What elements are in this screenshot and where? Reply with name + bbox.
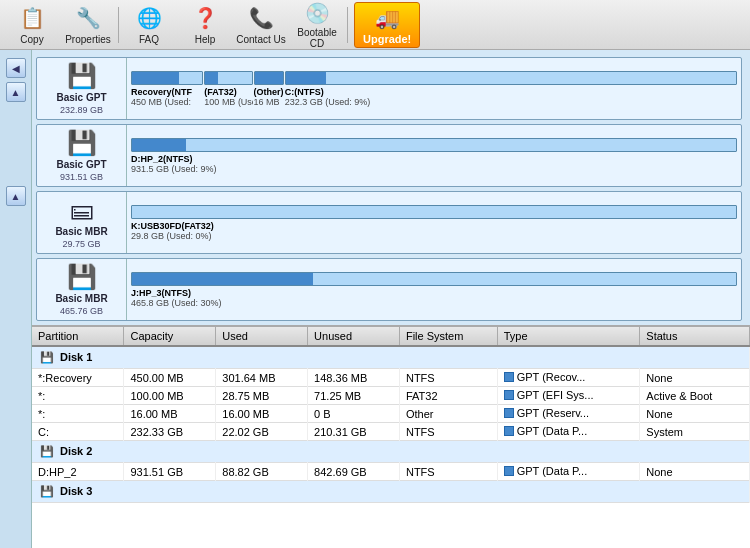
disk-icon-4: 💾 xyxy=(67,263,97,291)
disk-name-4: Basic MBR xyxy=(55,293,107,304)
table-header: PartitionCapacityUsedUnusedFile SystemTy… xyxy=(32,327,750,346)
partition-name: (Other) xyxy=(254,87,284,97)
contact-us-button[interactable]: 📞 Contact Us xyxy=(233,2,289,48)
partition-label-seg-4-1: J:HP_3(NTFS) 465.8 GB (Used: 30%) xyxy=(131,288,737,308)
disk-icon-3: 🖴 xyxy=(70,196,94,224)
partition-info: 232.3 GB (Used: 9%) xyxy=(285,97,737,107)
contact-us-label: Contact Us xyxy=(236,34,285,45)
cell-2: 28.75 MB xyxy=(216,387,308,405)
disk-name-1: Basic GPT xyxy=(56,92,106,103)
type-color-square xyxy=(504,466,514,476)
disk-panel-2: 💾 Basic GPT 931.51 GB D:HP_2(NTFS) 931.5… xyxy=(36,124,742,187)
type-badge: GPT (Recov... xyxy=(504,371,586,383)
partition-name: (FAT32) xyxy=(204,87,252,97)
partition-label-seg-1-3: (Other) 16 MB xyxy=(254,87,284,107)
col-header-partition: Partition xyxy=(32,327,124,346)
partition-bar-row-2 xyxy=(131,138,737,152)
sidebar-up-arrow[interactable]: ▲ xyxy=(6,82,26,102)
copy-label: Copy xyxy=(20,34,43,45)
type-color-square xyxy=(504,426,514,436)
type-color-square xyxy=(504,390,514,400)
partition-seg-1-3[interactable] xyxy=(254,71,284,85)
partition-seg-1-1[interactable] xyxy=(131,71,203,85)
help-icon: ❓ xyxy=(191,4,219,32)
partition-info: 450 MB (Used: xyxy=(131,97,203,107)
partition-seg-4-1[interactable] xyxy=(131,272,737,286)
cell-4: NTFS xyxy=(399,369,497,387)
partition-info: 465.8 GB (Used: 30%) xyxy=(131,298,737,308)
cell-3: 0 B xyxy=(308,405,400,423)
sidebar-left-arrow[interactable]: ◀ xyxy=(6,58,26,78)
disk-label-4: 💾 Basic MBR 465.76 GB xyxy=(37,259,127,320)
partition-info: 931.5 GB (Used: 9%) xyxy=(131,164,737,174)
table-row[interactable]: C:232.33 GB22.02 GB210.31 GBNTFSGPT (Dat… xyxy=(32,423,750,441)
disk-partitions-1: Recovery(NTF 450 MB (Used: (FAT32) 100 M… xyxy=(127,58,741,119)
partition-labels-row-1: Recovery(NTF 450 MB (Used: (FAT32) 100 M… xyxy=(131,87,737,107)
bootable-cd-button[interactable]: 💿 Bootable CD xyxy=(289,2,345,48)
partition-type-cell: GPT (Data P... xyxy=(497,423,640,441)
help-button[interactable]: ❓ Help xyxy=(177,2,233,48)
cell-1: 100.00 MB xyxy=(124,387,216,405)
table-row[interactable]: *:Recovery450.00 MB301.64 MB148.36 MBNTF… xyxy=(32,369,750,387)
contact-us-icon: 📞 xyxy=(247,4,275,32)
cell-6: Active & Boot xyxy=(640,387,750,405)
partition-name: C:(NTFS) xyxy=(285,87,737,97)
partition-label-seg-1-4: C:(NTFS) 232.3 GB (Used: 9%) xyxy=(285,87,737,107)
cell-6: System xyxy=(640,423,750,441)
properties-label: Properties xyxy=(65,34,111,45)
partition-seg-1-4[interactable] xyxy=(285,71,737,85)
faq-button[interactable]: 🌐 FAQ xyxy=(121,2,177,48)
disk-group-icon-2: 💾 xyxy=(40,445,54,457)
cell-0: *: xyxy=(32,405,124,423)
disk-label-3: 🖴 Basic MBR 29.75 GB xyxy=(37,192,127,253)
partition-seg-1-2[interactable] xyxy=(204,71,252,85)
table-row[interactable]: D:HP_2931.51 GB88.82 GB842.69 GBNTFSGPT … xyxy=(32,463,750,481)
disk-panels: 💾 Basic GPT 232.89 GB Recovery(NTF 450 M… xyxy=(32,50,750,325)
toolbar: 📋 Copy 🔧 Properties 🌐 FAQ ❓ Help 📞 Conta… xyxy=(0,0,750,50)
partition-info: 29.8 GB (Used: 0%) xyxy=(131,231,737,241)
table-row[interactable]: *:100.00 MB28.75 MB71.25 MBFAT32GPT (EFI… xyxy=(32,387,750,405)
toolbar-separator-2 xyxy=(347,7,348,43)
sidebar-up-arrow-2[interactable]: ▲ xyxy=(6,186,26,206)
disk-group-header-3: 💾Disk 3 xyxy=(32,481,750,503)
disk-area: 💾 Basic GPT 232.89 GB Recovery(NTF 450 M… xyxy=(32,50,750,548)
cell-4: FAT32 xyxy=(399,387,497,405)
disk-group-header-1: 💾Disk 1 xyxy=(32,346,750,369)
partition-bar-row-1 xyxy=(131,71,737,85)
cell-0: *:Recovery xyxy=(32,369,124,387)
disk-group-label-3: 💾Disk 3 xyxy=(32,481,750,503)
disk-group-label-1: 💾Disk 1 xyxy=(32,346,750,369)
toolbar-separator-1 xyxy=(118,7,119,43)
cell-1: 450.00 MB xyxy=(124,369,216,387)
sidebar: ◀ ▲ ▲ xyxy=(0,50,32,548)
cell-4: NTFS xyxy=(399,463,497,481)
properties-button[interactable]: 🔧 Properties xyxy=(60,2,116,48)
cell-3: 148.36 MB xyxy=(308,369,400,387)
help-label: Help xyxy=(195,34,216,45)
partition-seg-2-1[interactable] xyxy=(131,138,737,152)
partition-label-seg-2-1: D:HP_2(NTFS) 931.5 GB (Used: 9%) xyxy=(131,154,737,174)
partition-label-seg-1-1: Recovery(NTF 450 MB (Used: xyxy=(131,87,203,107)
cell-4: Other xyxy=(399,405,497,423)
col-header-unused: Unused xyxy=(308,327,400,346)
col-header-type: Type xyxy=(497,327,640,346)
cell-6: None xyxy=(640,405,750,423)
partition-labels-row-4: J:HP_3(NTFS) 465.8 GB (Used: 30%) xyxy=(131,288,737,308)
disk-size-2: 931.51 GB xyxy=(60,172,103,182)
cell-0: C: xyxy=(32,423,124,441)
partition-bar-row-3 xyxy=(131,205,737,219)
partition-type-cell: GPT (Data P... xyxy=(497,463,640,481)
properties-icon: 🔧 xyxy=(74,4,102,32)
disk-size-4: 465.76 GB xyxy=(60,306,103,316)
cell-6: None xyxy=(640,463,750,481)
disk-group-header-2: 💾Disk 2 xyxy=(32,441,750,463)
partition-seg-3-1[interactable] xyxy=(131,205,737,219)
partition-table[interactable]: PartitionCapacityUsedUnusedFile SystemTy… xyxy=(32,325,750,548)
disk-size-1: 232.89 GB xyxy=(60,105,103,115)
bootable-cd-icon: 💿 xyxy=(303,1,331,25)
main-area: ◀ ▲ ▲ 💾 Basic GPT 232.89 GB Recovery(NTF… xyxy=(0,50,750,548)
upgrade-button[interactable]: 🚚 Upgrade! xyxy=(354,2,420,48)
table-row[interactable]: *:16.00 MB16.00 MB0 BOtherGPT (Reserv...… xyxy=(32,405,750,423)
copy-button[interactable]: 📋 Copy xyxy=(4,2,60,48)
disk-group-label-2: 💾Disk 2 xyxy=(32,441,750,463)
